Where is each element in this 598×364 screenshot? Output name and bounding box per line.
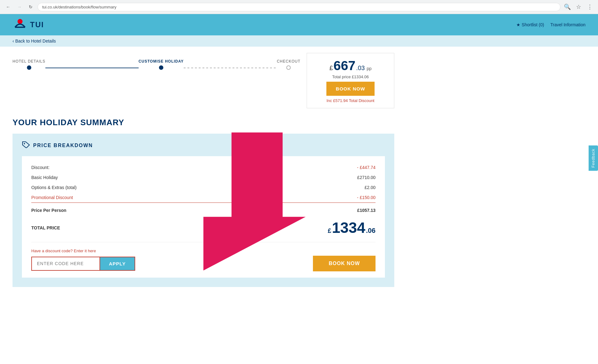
per-person-label: Price Per Person — [31, 208, 66, 213]
discount-code-section: Have a discount code? Enter it here APPL… — [31, 242, 376, 271]
top-discount-line: Inc £571.94 Total Discount — [313, 98, 388, 103]
travel-info-link[interactable]: Travel Information — [550, 22, 585, 27]
feedback-tab[interactable]: Feedback — [589, 146, 598, 171]
price-row-promo: Promotional Discount - £150.00 — [31, 192, 376, 203]
price-row-basic: Basic Holiday £2710.00 — [31, 172, 376, 182]
header-links: ★ Shortlist (0) Travel Information — [516, 22, 585, 27]
progress-steps: HOTEL DETAILS CUSTOMISE HOLIDAY CHECKOUT — [13, 53, 300, 73]
promo-value: - £150.00 — [357, 195, 376, 200]
options-label: Options & Extras (total) — [31, 185, 77, 190]
svg-point-4 — [24, 143, 25, 144]
top-price-main: 667 — [334, 58, 355, 73]
options-value: £2.00 — [365, 185, 376, 190]
step-customise-label: CUSTOMISE HOLIDAY — [139, 59, 184, 64]
top-total-price-line: Total price £1334.06 — [313, 74, 388, 79]
book-now-top-button[interactable]: BOOK NOW — [326, 82, 375, 96]
tui-logo-text: TUI — [30, 20, 44, 29]
tui-header: TUI ★ Shortlist (0) Travel Information — [0, 14, 598, 35]
back-to-hotel-link[interactable]: ‹ Back to Hotel Details — [13, 38, 585, 44]
top-price-pound: £ — [330, 64, 333, 72]
step-hotel-label: HOTEL DETAILS — [13, 59, 45, 64]
progress-section: HOTEL DETAILS CUSTOMISE HOLIDAY CHECKOUT — [13, 53, 300, 73]
top-price-display: £ 667 .03 pp — [313, 58, 388, 73]
price-row-per-person: Price Per Person £1057.13 — [31, 205, 376, 215]
back-nav-button[interactable]: ← — [4, 3, 13, 11]
per-person-value: £1057.13 — [357, 208, 376, 213]
discount-value: - £447.74 — [357, 165, 376, 170]
price-row-discount: Discount: - £447.74 — [31, 162, 376, 172]
reload-button[interactable]: ↻ — [26, 3, 35, 11]
top-price-pp: pp — [367, 66, 372, 71]
step-checkout-label: CHECKOUT — [277, 59, 300, 64]
step-customise-dot — [159, 65, 163, 70]
step-customise: CUSTOMISE HOLIDAY — [139, 59, 184, 70]
star-icon: ★ — [516, 22, 520, 27]
total-price-display: £ 1334 .06 — [328, 219, 376, 236]
url-text: tui.co.uk/destinations/book/flow/summary — [42, 5, 116, 9]
step-line-1 — [45, 68, 139, 68]
price-row-options: Options & Extras (total) £2.00 — [31, 182, 376, 192]
tui-logo: TUI — [13, 18, 44, 31]
tui-logo-icon — [13, 18, 28, 31]
discount-input-row: APPLY — [31, 257, 135, 271]
price-row-total: TOTAL PRICE £ 1334 .06 — [31, 215, 376, 239]
svg-point-0 — [18, 19, 23, 24]
forward-nav-button[interactable]: → — [15, 3, 24, 11]
booking-widget: £ 667 .03 pp Total price £1334.06 BOOK N… — [307, 53, 394, 108]
apply-button[interactable]: APPLY — [100, 257, 135, 271]
section-title-row: PRICE BREAKDOWN — [22, 141, 385, 150]
progress-booking-row: HOTEL DETAILS CUSTOMISE HOLIDAY CHECKOUT — [13, 53, 394, 108]
step-checkout-dot — [286, 65, 291, 70]
page-title: YOUR HOLIDAY SUMMARY — [13, 118, 394, 127]
discount-code-label: Have a discount code? Enter it here — [31, 249, 376, 253]
price-tag-icon — [22, 141, 30, 150]
total-pound: £ — [328, 227, 331, 234]
book-now-bottom-button[interactable]: BOOK NOW — [313, 256, 376, 271]
section-title-text: PRICE BREAKDOWN — [33, 143, 93, 148]
main-content: HOTEL DETAILS CUSTOMISE HOLIDAY CHECKOUT — [0, 47, 407, 300]
shortlist-link[interactable]: ★ Shortlist (0) — [516, 22, 544, 27]
step-checkout: CHECKOUT — [277, 59, 300, 70]
discount-code-input[interactable] — [31, 257, 100, 271]
step-hotel-details: HOTEL DETAILS — [13, 59, 45, 70]
menu-button[interactable]: ⋮ — [585, 3, 594, 11]
browser-chrome: ← → ↻ tui.co.uk/destinations/book/flow/s… — [0, 0, 598, 14]
price-breakdown-section: PRICE BREAKDOWN Discount: - £447.74 Basi… — [13, 134, 394, 287]
promo-label: Promotional Discount — [31, 195, 73, 200]
top-price-decimal: .03 — [356, 64, 365, 72]
price-table: Discount: - £447.74 Basic Holiday £2710.… — [22, 156, 385, 278]
address-bar[interactable]: tui.co.uk/destinations/book/flow/summary — [38, 3, 560, 11]
total-main: 1334 — [332, 219, 365, 236]
total-decimal: .06 — [366, 227, 376, 235]
basic-holiday-label: Basic Holiday — [31, 175, 58, 180]
step-hotel-dot — [27, 65, 31, 70]
step-line-2 — [184, 68, 277, 68]
search-browser-button[interactable]: 🔍 — [563, 3, 572, 11]
back-chevron-icon: ‹ — [13, 38, 14, 44]
sub-header: ‹ Back to Hotel Details — [0, 35, 598, 47]
total-price-label: TOTAL PRICE — [31, 225, 60, 230]
bookmark-button[interactable]: ☆ — [574, 3, 583, 11]
basic-holiday-value: £2710.00 — [357, 175, 376, 180]
discount-label: Discount: — [31, 165, 49, 170]
